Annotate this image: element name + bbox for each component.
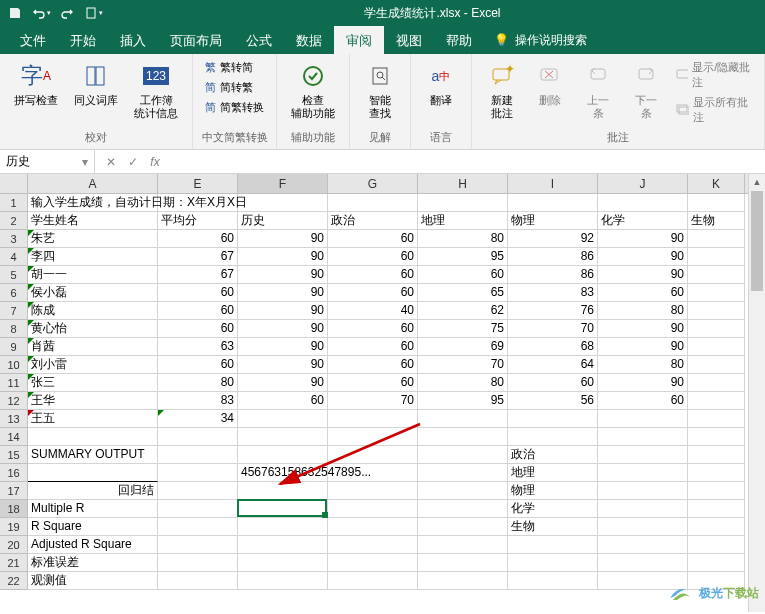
cell[interactable] bbox=[238, 410, 328, 428]
prev-comment-button[interactable]: 上一条 bbox=[576, 58, 620, 122]
cell[interactable]: 60 bbox=[328, 248, 418, 266]
cell[interactable] bbox=[418, 536, 508, 554]
cell[interactable]: 90 bbox=[598, 320, 688, 338]
cell[interactable]: 69 bbox=[418, 338, 508, 356]
cell[interactable]: 90 bbox=[238, 302, 328, 320]
row-header[interactable]: 9 bbox=[0, 338, 28, 356]
cell[interactable] bbox=[238, 536, 328, 554]
cell[interactable]: Adjusted R Square bbox=[28, 536, 158, 554]
cell[interactable] bbox=[158, 518, 238, 536]
cell[interactable]: 62 bbox=[418, 302, 508, 320]
cell[interactable]: 陈成 bbox=[28, 302, 158, 320]
cell[interactable] bbox=[328, 482, 418, 500]
cell[interactable]: 456763158632547895... bbox=[238, 464, 328, 482]
cell[interactable] bbox=[688, 338, 745, 356]
scroll-up-button[interactable]: ▲ bbox=[749, 174, 765, 191]
cell[interactable] bbox=[238, 518, 328, 536]
cell[interactable] bbox=[598, 410, 688, 428]
cell[interactable] bbox=[688, 302, 745, 320]
cell[interactable] bbox=[598, 482, 688, 500]
cell[interactable]: 胡一一 bbox=[28, 266, 158, 284]
row-header[interactable]: 19 bbox=[0, 518, 28, 536]
row-header[interactable]: 5 bbox=[0, 266, 28, 284]
cell[interactable]: 平均分 bbox=[158, 212, 238, 230]
cell[interactable]: 60 bbox=[598, 392, 688, 410]
cell[interactable] bbox=[688, 266, 745, 284]
cell[interactable] bbox=[418, 500, 508, 518]
cell[interactable]: 物理 bbox=[508, 482, 598, 500]
row-header[interactable]: 22 bbox=[0, 572, 28, 590]
cell[interactable]: 63 bbox=[158, 338, 238, 356]
cell[interactable] bbox=[418, 428, 508, 446]
cell[interactable] bbox=[328, 194, 418, 212]
cell[interactable] bbox=[688, 356, 745, 374]
cell[interactable]: 90 bbox=[238, 356, 328, 374]
cell[interactable] bbox=[508, 554, 598, 572]
accept-formula-button[interactable]: ✓ bbox=[123, 155, 143, 169]
cell[interactable]: 60 bbox=[158, 284, 238, 302]
cell[interactable] bbox=[598, 518, 688, 536]
cell[interactable] bbox=[158, 464, 238, 482]
cell[interactable] bbox=[598, 536, 688, 554]
cell[interactable]: 56 bbox=[508, 392, 598, 410]
cell[interactable]: 90 bbox=[598, 374, 688, 392]
cell[interactable]: 80 bbox=[598, 302, 688, 320]
simp-to-trad-button[interactable]: 简简转繁 bbox=[201, 78, 268, 97]
cell[interactable] bbox=[158, 500, 238, 518]
tab-view[interactable]: 视图 bbox=[384, 26, 434, 54]
cell[interactable]: 生物 bbox=[688, 212, 745, 230]
cell[interactable]: 地理 bbox=[508, 464, 598, 482]
cell[interactable]: 张三 bbox=[28, 374, 158, 392]
cell[interactable] bbox=[688, 554, 745, 572]
tab-formulas[interactable]: 公式 bbox=[234, 26, 284, 54]
scroll-thumb[interactable] bbox=[751, 191, 763, 291]
cell[interactable] bbox=[598, 464, 688, 482]
col-header-G[interactable]: G bbox=[328, 174, 418, 193]
cell[interactable]: 60 bbox=[328, 230, 418, 248]
name-box[interactable]: 历史 ▾ bbox=[0, 150, 95, 173]
spell-check-button[interactable]: 字A 拼写检查 bbox=[8, 58, 64, 109]
col-header-A[interactable]: A bbox=[28, 174, 158, 193]
cell[interactable]: 60 bbox=[238, 392, 328, 410]
row-header[interactable]: 12 bbox=[0, 392, 28, 410]
cell[interactable] bbox=[158, 572, 238, 590]
cell[interactable]: SUMMARY OUTPUT bbox=[28, 446, 158, 464]
tab-insert[interactable]: 插入 bbox=[108, 26, 158, 54]
cell[interactable]: 60 bbox=[328, 338, 418, 356]
cell[interactable]: 65 bbox=[418, 284, 508, 302]
cell[interactable]: 60 bbox=[598, 284, 688, 302]
tell-me-search[interactable]: 💡 操作说明搜索 bbox=[484, 26, 597, 54]
col-header-E[interactable]: E bbox=[158, 174, 238, 193]
cell[interactable]: 生物 bbox=[508, 518, 598, 536]
cell[interactable]: 化学 bbox=[598, 212, 688, 230]
cell[interactable]: 肖茜 bbox=[28, 338, 158, 356]
spreadsheet-grid[interactable]: AEFGHIJK 1234567891011121314151617181920… bbox=[0, 174, 765, 612]
cell[interactable]: R Square bbox=[28, 518, 158, 536]
cell[interactable] bbox=[328, 500, 418, 518]
cell[interactable] bbox=[418, 464, 508, 482]
save-button[interactable] bbox=[4, 2, 26, 24]
cell[interactable] bbox=[598, 446, 688, 464]
cell[interactable] bbox=[418, 482, 508, 500]
cell[interactable] bbox=[598, 554, 688, 572]
cell[interactable]: 90 bbox=[238, 248, 328, 266]
row-header[interactable]: 16 bbox=[0, 464, 28, 482]
cell[interactable] bbox=[598, 500, 688, 518]
tab-file[interactable]: 文件 bbox=[8, 26, 58, 54]
cell[interactable]: 83 bbox=[508, 284, 598, 302]
cell[interactable] bbox=[238, 482, 328, 500]
row-header[interactable]: 3 bbox=[0, 230, 28, 248]
cell[interactable] bbox=[418, 446, 508, 464]
redo-button[interactable] bbox=[56, 2, 78, 24]
cell[interactable] bbox=[328, 518, 418, 536]
cell[interactable]: 60 bbox=[418, 266, 508, 284]
translate-button[interactable]: a中 翻译 bbox=[419, 58, 463, 109]
cell[interactable]: Multiple R bbox=[28, 500, 158, 518]
tab-review[interactable]: 审阅 bbox=[334, 26, 384, 54]
cell[interactable] bbox=[418, 572, 508, 590]
cell[interactable] bbox=[508, 536, 598, 554]
cell[interactable]: 90 bbox=[238, 374, 328, 392]
row-header[interactable]: 1 bbox=[0, 194, 28, 212]
cell[interactable]: 80 bbox=[598, 356, 688, 374]
cell[interactable] bbox=[688, 482, 745, 500]
